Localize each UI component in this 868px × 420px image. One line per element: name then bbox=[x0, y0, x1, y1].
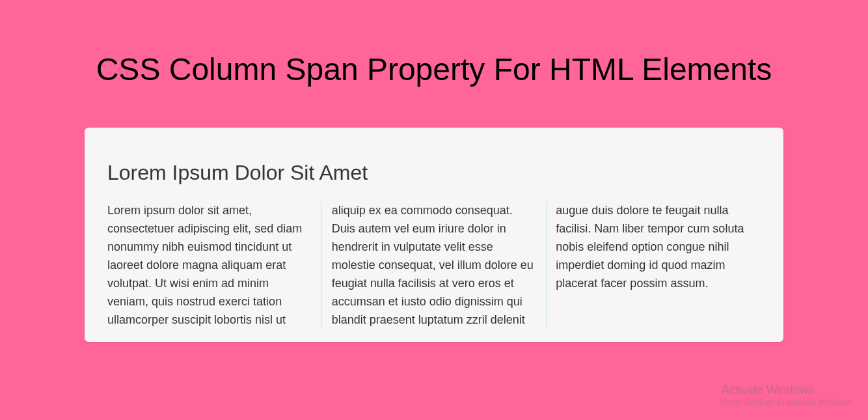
page-title: CSS Column Span Property For HTML Elemen… bbox=[0, 0, 868, 89]
body-paragraph: Lorem ipsum dolor sit amet, consectetuer… bbox=[107, 204, 744, 326]
watermark-title: Activate Windows bbox=[722, 384, 855, 397]
content-box: Lorem Ipsum Dolor Sit Amet Lorem ipsum d… bbox=[85, 128, 783, 343]
multi-column-text: Lorem Ipsum Dolor Sit Amet Lorem ipsum d… bbox=[107, 157, 761, 329]
watermark-subtitle: Go to Settings to activate Windows. bbox=[722, 397, 855, 407]
windows-activation-watermark: Activate Windows Go to Settings to activ… bbox=[722, 384, 855, 407]
sub-heading: Lorem Ipsum Dolor Sit Amet bbox=[107, 157, 761, 189]
